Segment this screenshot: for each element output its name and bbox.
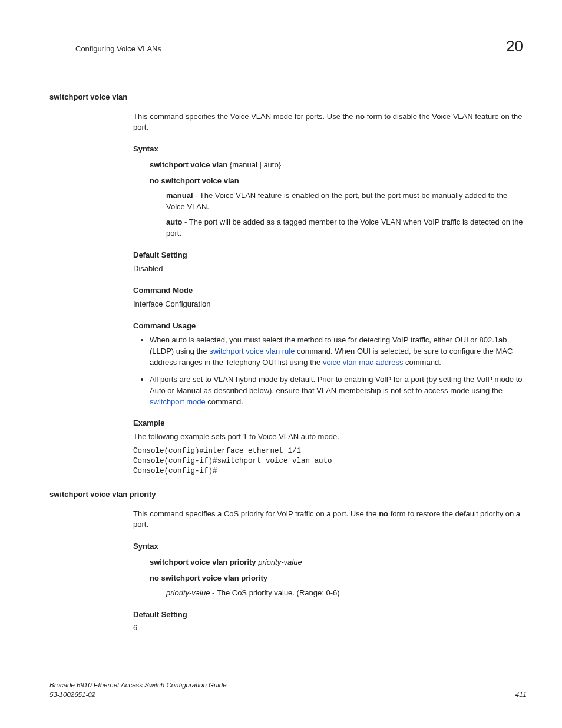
syntax-cmd: switchport voice vlan (150, 160, 227, 169)
param-manual: manual - The Voice VLAN feature is enabl… (166, 190, 527, 213)
default-label: Default Setting (133, 250, 527, 261)
syntax-args: {manual | auto} (227, 160, 281, 169)
page-header: Configuring Voice VLANs 20 (49, 35, 527, 58)
header-title: Configuring Voice VLANs (49, 44, 161, 55)
example-intro: The following example sets port 1 to Voi… (133, 431, 527, 443)
command-name-1: switchport voice vlan (49, 92, 527, 103)
desc-text: This command specifies the Voice VLAN mo… (133, 112, 355, 121)
usage-text: command. (403, 358, 441, 367)
usage-block-1: Command Usage When auto is selected, you… (133, 321, 527, 408)
command-desc-1: This command specifies the Voice VLAN mo… (133, 111, 527, 134)
link-switchport-voice-vlan-rule[interactable]: switchport voice vlan rule (209, 347, 295, 355)
example-code: Console(config)#interface ethernet 1/1 C… (133, 446, 527, 476)
param-key: manual (166, 191, 193, 200)
syntax-label: Syntax (133, 541, 527, 552)
param-txt: - The port will be added as a tagged mem… (166, 218, 523, 238)
usage-list: When auto is selected, you must select t… (133, 335, 527, 407)
syntax-block-1: Syntax switchport voice vlan {manual | a… (133, 144, 527, 239)
footer-page-num: 411 (515, 690, 527, 700)
usage-item-1: When auto is selected, you must select t… (150, 335, 527, 368)
syntax-block-2: Syntax switchport voice vlan priority pr… (133, 541, 527, 598)
mode-block-1: Command Mode Interface Configuration (133, 285, 527, 310)
mode-label: Command Mode (133, 285, 527, 297)
example-label: Example (133, 418, 527, 429)
chapter-number: 20 (506, 35, 527, 58)
param-key: auto (166, 218, 182, 226)
no-syntax-line: no switchport voice vlan (150, 176, 527, 187)
footer-left: Brocade 6910 Ethernet Access Switch Conf… (49, 680, 227, 700)
param-key: priority-value (166, 588, 210, 597)
page: Configuring Voice VLANs 20 switchport vo… (0, 0, 562, 728)
default-value: 6 (133, 622, 527, 634)
example-block-1: Example The following example sets port … (133, 418, 527, 476)
usage-text: command. (206, 397, 243, 406)
default-label: Default Setting (133, 610, 527, 621)
desc-no: no (355, 112, 365, 121)
usage-text: All ports are set to VLAN hybrid mode by… (150, 375, 523, 395)
link-switchport-mode[interactable]: switchport mode (150, 397, 206, 406)
syntax-arg: priority-value (256, 558, 302, 566)
no-syntax-line: no switchport voice vlan priority (150, 573, 527, 584)
syntax-line: switchport voice vlan priority priority-… (150, 557, 527, 568)
syntax-line: switchport voice vlan {manual | auto} (150, 160, 527, 171)
no-syntax: no switchport voice vlan priority (150, 574, 267, 582)
usage-item-2: All ports are set to VLAN hybrid mode by… (150, 374, 527, 408)
param-txt: - The Voice VLAN feature is enabled on t… (166, 191, 507, 211)
footer-line1: Brocade 6910 Ethernet Access Switch Conf… (49, 680, 227, 690)
page-footer: Brocade 6910 Ethernet Access Switch Conf… (49, 680, 527, 700)
command-desc-2: This command specifies a CoS priority fo… (133, 509, 527, 531)
syntax-cmd: switchport voice vlan priority (150, 558, 256, 566)
syntax-label: Syntax (133, 144, 527, 155)
default-block-1: Default Setting Disabled (133, 250, 527, 275)
command-name-2: switchport voice vlan priority (49, 489, 527, 500)
default-block-2: Default Setting 6 (133, 610, 527, 634)
usage-label: Command Usage (133, 321, 527, 332)
footer-line2: 53-1002651-02 (49, 690, 227, 700)
no-syntax: no switchport voice vlan (150, 176, 239, 185)
default-value: Disabled (133, 263, 527, 275)
param-txt: - The CoS priority value. (Range: 0-6) (210, 588, 339, 597)
desc-no: no (379, 509, 388, 518)
desc-text: This command specifies a CoS priority fo… (133, 509, 379, 518)
param-auto: auto - The port will be added as a tagge… (166, 217, 527, 239)
param-priority: priority-value - The CoS priority value.… (166, 588, 527, 599)
mode-value: Interface Configuration (133, 299, 527, 310)
link-voice-vlan-mac-address[interactable]: voice vlan mac-address (323, 358, 404, 367)
